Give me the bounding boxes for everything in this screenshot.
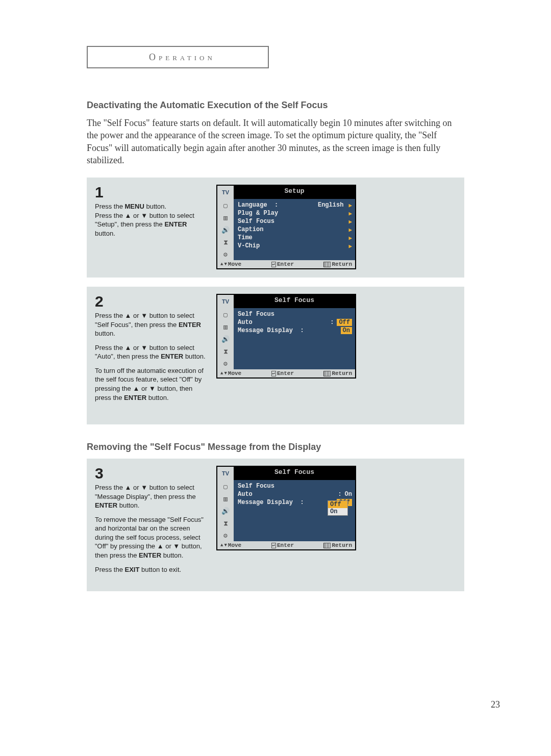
step-2-text: 2 Press the ▲ or ▼ button to select "Sel… [95, 294, 207, 407]
s2p2c: button. [183, 352, 205, 360]
osd2-auto-label: Auto [238, 319, 253, 326]
osd1-vchip-row: V-Chip▶ [238, 242, 352, 250]
footer-return: Return [332, 370, 352, 376]
tv-icon: TV [220, 469, 231, 478]
osd-1: TV Setup ▢ ▥ 🔊 ⧗ ⚙ Language : [216, 185, 356, 269]
osd1-caption: Caption [238, 226, 263, 233]
step-1-block: 1 Press the MENU button. Press the ▲ or … [87, 178, 464, 278]
s3p2c: button. [161, 551, 183, 559]
tv-icon: TV [220, 297, 231, 306]
footer-enter: Enter [277, 542, 294, 548]
footer-return: Return [332, 542, 352, 548]
osd2-footer: Move ↵Enter Return [217, 369, 355, 377]
tv-icon: TV [220, 188, 231, 197]
osd3-dd-on: On [328, 508, 347, 515]
osd1-language-row: Language : English ▶ [238, 201, 352, 209]
osd1-language-label: Language : [238, 201, 278, 209]
step-3-number: 3 [95, 466, 207, 481]
timer-icon: ⧗ [220, 347, 231, 356]
step-3-block: 3 Press the ▲ or ▼ button to select "Mes… [87, 459, 464, 591]
timer-icon: ⧗ [220, 238, 231, 247]
osd1-plug-row: Plug & Play▶ [238, 209, 352, 217]
picture-icon: ▥ [220, 494, 231, 503]
chapter-tab: Operation [87, 46, 464, 68]
osd1-self: Self Focus [238, 218, 274, 225]
osd1-plug: Plug & Play [238, 210, 278, 217]
osd3-dropdown: Off On [328, 500, 348, 516]
osd1-caption-row: Caption▶ [238, 225, 352, 234]
osd3-footer: Move ↵Enter Return [217, 541, 355, 549]
picture-icon: ▥ [220, 322, 231, 332]
osd3-title: Self Focus [234, 467, 355, 480]
arrow-right-icon: ▶ [348, 243, 352, 249]
s2p3c: button. [146, 394, 168, 401]
step1-l1c: button. [144, 203, 166, 210]
s3p3a: Press the [95, 566, 125, 573]
input-icon: ▢ [220, 201, 231, 210]
osd2-auto-colon: : [330, 319, 334, 326]
osd2-self: Self Focus [238, 311, 274, 318]
input-icon: ▢ [220, 482, 231, 491]
chapter-tab-box: Operation [87, 46, 269, 68]
footer-move: Move [228, 370, 241, 376]
osd2-msg-row: Message Display : On [238, 326, 352, 335]
s2p1c: button. [95, 330, 115, 337]
step1-l1a: Press the [95, 203, 125, 210]
footer-move: Move [228, 542, 241, 548]
section1-heading: Deactivating the Automatic Execution of … [87, 100, 464, 111]
s2-enter3: ENTER [124, 394, 146, 401]
osd3-auto-value: On [345, 491, 352, 498]
osd3-self: Self Focus [238, 483, 274, 490]
osd1-title: Setup [234, 186, 355, 199]
osd3-auto-label: Auto [238, 491, 253, 498]
manual-page: Operation Deactivating the Automatic Exe… [0, 0, 551, 756]
step1-menu: MENU [125, 203, 144, 210]
osd2-self-row: Self Focus [238, 310, 352, 318]
osd2-auto-row: Auto : Off [238, 318, 352, 326]
sound-icon: 🔊 [220, 225, 231, 235]
osd2-msg-value: On [341, 327, 352, 334]
osd1-time: Time [238, 234, 253, 241]
osd3-auto-row: Auto : On [238, 490, 352, 498]
osd1-footer: Move ↵Enter Return [217, 260, 355, 268]
section2-heading: Removing the "Self Focus" Message from t… [87, 442, 464, 452]
s3-enter1: ENTER [95, 501, 117, 509]
step-2-block: 2 Press the ▲ or ▼ button to select "Sel… [87, 287, 464, 424]
s3-enter2: ENTER [139, 551, 161, 559]
picture-icon: ▥ [220, 213, 231, 222]
chapter-label: Operation [149, 52, 215, 63]
page-number: 23 [491, 699, 500, 710]
s3p1a: Press the ▲ or ▼ button to select "Messa… [95, 484, 196, 500]
s2-enter2: ENTER [161, 352, 183, 360]
step-3-text: 3 Press the ▲ or ▼ button to select "Mes… [95, 466, 207, 579]
input-icon: ▢ [220, 310, 231, 319]
s3-exit: EXIT [125, 566, 140, 573]
osd2-msg-label: Message Display : [238, 327, 304, 334]
s2-enter1: ENTER [179, 321, 201, 329]
osd1-vchip: V-Chip [238, 242, 260, 249]
step-2-number: 2 [95, 294, 207, 309]
osd-3: TV Self Focus ▢ ▥ 🔊 ⧗ ⚙ Self Focus [216, 466, 356, 550]
step1-l2c: button. [95, 230, 115, 237]
osd1-time-row: Time▶ [238, 234, 352, 242]
arrow-right-icon: ▶ [348, 235, 352, 241]
osd-2: TV Self Focus ▢ ▥ 🔊 ⧗ ⚙ Self Focus [216, 294, 356, 379]
footer-enter: Enter [277, 370, 294, 376]
osd3-msg-label: Message Display : [238, 499, 304, 506]
arrow-right-icon: ▶ [348, 218, 352, 225]
sound-icon: 🔊 [220, 335, 231, 344]
s3p3c: button to exit. [139, 566, 181, 573]
step-1-number: 1 [95, 185, 207, 200]
sound-icon: 🔊 [220, 507, 231, 516]
setup-icon: ⚙ [220, 531, 231, 540]
setup-icon: ⚙ [220, 359, 231, 368]
footer-return: Return [332, 261, 352, 267]
arrow-right-icon: ▶ [348, 202, 352, 209]
osd3-dd-off: Off [328, 501, 347, 508]
timer-icon: ⧗ [220, 519, 231, 528]
step1-enter: ENTER [164, 220, 187, 228]
osd1-self-row: Self Focus▶ [238, 217, 352, 225]
osd2-auto-value: Off [337, 319, 352, 326]
step-1-text: 1 Press the MENU button. Press the ▲ or … [95, 185, 207, 243]
footer-move: Move [228, 261, 241, 267]
